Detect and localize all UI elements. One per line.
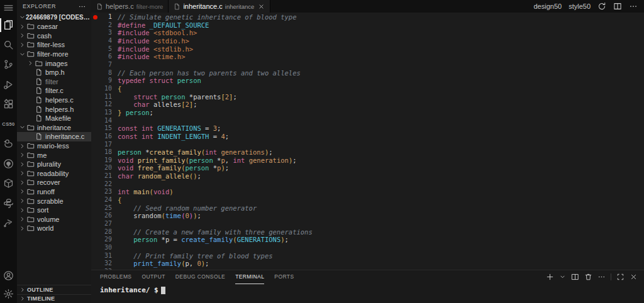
source-control-icon[interactable] [0,55,17,75]
more-icon[interactable] [597,273,606,281]
tree-item-plurality[interactable]: plurality [17,160,91,169]
line-number[interactable]: 24 [99,196,112,204]
code-line-25[interactable]: 25 // Seed random number generator [91,204,644,212]
glyph-margin[interactable] [91,69,99,77]
line-number[interactable]: 32 [99,260,112,268]
glyph-margin[interactable] [91,45,99,53]
code-line-27[interactable]: 27 [91,220,644,228]
code-line-1[interactable]: 1// Simulate genetic inheritance of bloo… [91,13,644,21]
line-number[interactable]: 30 [99,244,112,252]
panel-tab-problems[interactable]: PROBLEMS [100,270,131,284]
line-number[interactable]: 1 [99,13,112,21]
code-line-10[interactable]: 10{ [91,85,644,93]
code-line-8[interactable]: 8// Each person has two parents and two … [91,69,644,77]
glyph-margin[interactable] [91,164,99,172]
code-line-23[interactable]: 23int main(void) [91,188,644,196]
code-line-19[interactable]: 19void print_family(person *p, int gener… [91,157,644,165]
code-line-12[interactable]: 12 char alleles[2]; [91,101,644,109]
code-line-11[interactable]: 11 struct person *parents[2]; [91,93,644,101]
line-number[interactable]: 6 [99,53,112,61]
glyph-margin[interactable] [91,21,99,30]
glyph-margin[interactable] [91,85,99,93]
github-icon[interactable] [0,154,17,174]
tree-item-helpers.h[interactable]: helpers.h [17,104,91,114]
line-number[interactable]: 2 [99,21,112,30]
glyph-margin[interactable] [91,172,99,180]
line-number[interactable]: 11 [99,93,112,101]
panel-tab-debug-console[interactable]: DEBUG CONSOLE [175,270,225,284]
glyph-margin[interactable] [91,244,99,252]
settings-gear-icon[interactable] [0,285,17,303]
tree-item-scrabble[interactable]: scrabble [17,196,91,206]
glyph-margin[interactable] [91,124,99,133]
code-line-2[interactable]: 2#define _DEFAULT_SOURCE [91,21,644,30]
action-design50[interactable]: design50 [533,3,562,10]
extensions-icon[interactable] [0,94,17,114]
code-line-32[interactable]: 32 print_family(p, 0); [91,260,644,268]
line-number[interactable]: 15 [99,124,112,133]
line-number[interactable]: 21 [99,172,112,180]
action-style50[interactable]: style50 [569,3,591,10]
split-editor-icon[interactable] [613,2,622,11]
code-line-9[interactable]: 9typedef struct person [91,77,644,85]
more-icon[interactable] [78,3,86,11]
code-line-3[interactable]: 3#include <stdbool.h> [91,29,644,37]
panel-tab-output[interactable]: OUTPUT [142,270,165,284]
line-number[interactable]: 25 [99,204,112,212]
glyph-margin[interactable] [91,196,99,204]
line-number[interactable]: 27 [99,220,112,228]
line-number[interactable]: 5 [99,45,112,53]
line-number[interactable]: 12 [99,101,112,109]
line-number[interactable]: 3 [99,29,112,37]
chevron-down-icon[interactable] [559,273,566,280]
tree-item-me[interactable]: me [17,150,91,160]
glyph-margin[interactable] [91,117,99,125]
code-line-29[interactable]: 29 person *p = create_family(GENERATIONS… [91,236,644,244]
tree-item-sort[interactable]: sort [17,206,91,215]
tab-helpers.c[interactable]: helpers.cfilter-more [91,0,169,13]
glyph-margin[interactable] [91,93,99,101]
glyph-margin[interactable] [91,29,99,37]
tree-item-images[interactable]: images [17,58,91,68]
tree-item-volume[interactable]: volume [17,214,91,224]
code-line-15[interactable]: 15const int GENERATIONS = 3; [91,124,644,133]
glyph-margin[interactable] [91,204,99,212]
menu-icon[interactable] [0,0,17,15]
code-line-30[interactable]: 30 [91,244,644,252]
glyph-margin[interactable] [91,180,99,189]
tree-item-helpers.c[interactable]: helpers.c [17,96,91,105]
sync-icon[interactable] [597,2,606,11]
tree-item-cash[interactable]: cash [17,31,91,41]
line-number[interactable]: 22 [99,180,112,189]
package-icon[interactable] [0,174,17,194]
code-area[interactable]: 1// Simulate genetic inheritance of bloo… [91,13,644,270]
glyph-margin[interactable] [91,109,99,117]
glyph-margin[interactable] [91,188,99,196]
tree-item-inheritance.c[interactable]: inheritance.c [17,132,91,141]
code-line-17[interactable]: 17 [91,141,644,149]
duck-debugger-icon[interactable] [0,134,17,154]
line-number[interactable]: 10 [99,85,112,93]
tree-item-inheritance[interactable]: inheritance [17,123,91,133]
code-line-16[interactable]: 16const int INDENT_LENGTH = 4; [91,133,644,141]
maximize-panel-icon[interactable] [616,273,625,281]
line-number[interactable]: 23 [99,188,112,196]
tree-item-mario-less[interactable]: mario-less [17,141,91,151]
close-panel-icon[interactable] [630,273,638,281]
code-line-7[interactable]: 7 [91,61,644,69]
glyph-margin[interactable] [91,260,99,268]
glyph-margin[interactable] [91,133,99,141]
code-line-18[interactable]: 18person *create_family(int generations)… [91,148,644,157]
line-number[interactable]: 29 [99,236,112,244]
glyph-margin[interactable] [91,228,99,236]
line-number[interactable]: 26 [99,212,112,220]
close-icon[interactable] [258,3,265,10]
tree-item-recover[interactable]: recover [17,178,91,187]
code-line-31[interactable]: 31 // Print family tree of blood types [91,252,644,260]
workspace-root-item[interactable]: 224669879 [CODESPACES: ... [17,13,91,22]
search-icon[interactable] [0,35,17,55]
line-number[interactable]: 19 [99,157,112,165]
tree-item-filter-more[interactable]: filter-more [17,50,91,59]
section-timeline[interactable]: TIMELINE [17,294,91,303]
glyph-margin[interactable] [91,37,99,45]
